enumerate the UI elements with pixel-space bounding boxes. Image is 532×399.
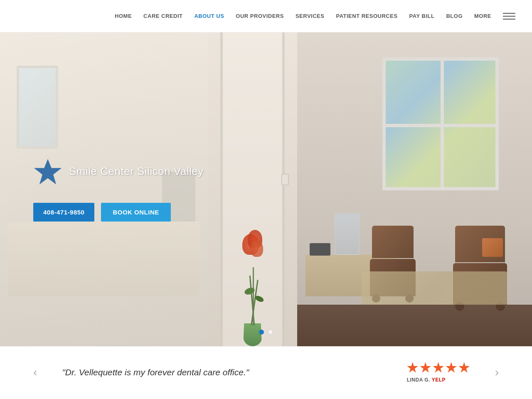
review-rating: LINDA G. YELP [407, 362, 470, 383]
slide-dot-2[interactable] [268, 330, 273, 335]
nav-item-providers[interactable]: OUR PROVIDERS [230, 0, 290, 32]
nav-menu: HOME CARE CREDIT ABOUT US OUR PROVIDERS … [109, 0, 515, 32]
star-rating [407, 362, 470, 374]
slide-dot-1[interactable] [259, 330, 264, 335]
star-5 [458, 362, 470, 374]
logo-star-icon [33, 157, 62, 186]
book-online-button[interactable]: BOOK ONLINE [101, 203, 170, 222]
review-section: ‹ "Dr. Vellequette is my forever dental … [0, 346, 532, 398]
review-author: LINDA G. YELP [407, 377, 446, 383]
review-content: "Dr. Vellequette is my forever dental ca… [45, 362, 486, 383]
slider-dots [259, 330, 273, 335]
logo-text: Smile Center Silicon Valley [69, 165, 204, 178]
review-next-arrow[interactable]: › [487, 366, 507, 379]
svg-marker-0 [34, 159, 62, 184]
nav-item-services[interactable]: SERVICES [290, 0, 330, 32]
hamburger-icon[interactable] [503, 13, 515, 20]
nav-item-patient-resources[interactable]: PATIENT RESOURCES [330, 0, 403, 32]
nav-item-more[interactable]: MORE [468, 0, 497, 32]
nav-hamburger[interactable] [497, 13, 515, 20]
nav-item-care-credit[interactable]: CARE CREDIT [138, 0, 188, 32]
nav-item-about[interactable]: ABOUT US [188, 0, 230, 32]
site-logo: Smile Center Silicon Valley [33, 157, 204, 186]
review-prev-arrow[interactable]: ‹ [25, 366, 45, 379]
nav-item-home[interactable]: HOME [109, 0, 138, 32]
hero-content: Smile Center Silicon Valley 408-471-9850… [33, 157, 204, 222]
main-nav: HOME CARE CREDIT ABOUT US OUR PROVIDERS … [0, 0, 532, 32]
star-1 [407, 362, 419, 374]
yelp-label: YELP [432, 377, 446, 383]
nav-item-pay-bill[interactable]: PAY BILL [404, 0, 441, 32]
hero-overlay: Smile Center Silicon Valley 408-471-9850… [0, 32, 532, 346]
nav-item-blog[interactable]: BLOG [440, 0, 468, 32]
hero-buttons: 408-471-9850 BOOK ONLINE [33, 203, 204, 222]
phone-button[interactable]: 408-471-9850 [33, 203, 94, 222]
star-3 [433, 362, 444, 374]
review-quote: "Dr. Vellequette is my forever dental ca… [62, 366, 249, 378]
star-2 [420, 362, 431, 374]
star-4 [446, 362, 457, 374]
hero-slider: Smile Center Silicon Valley 408-471-9850… [0, 32, 532, 346]
